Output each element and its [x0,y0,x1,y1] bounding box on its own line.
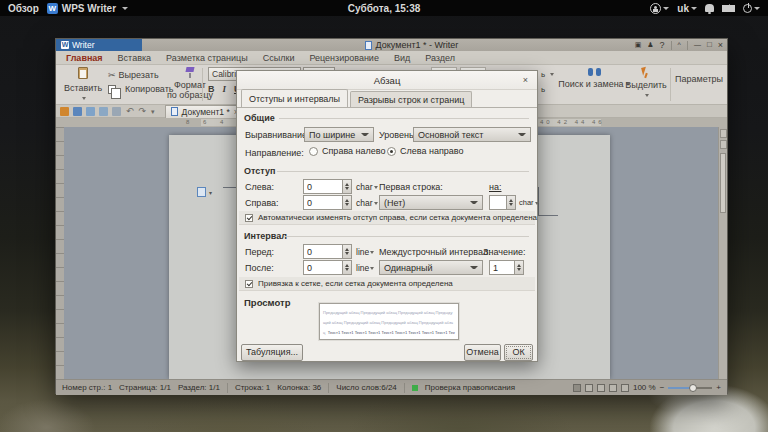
view-mode-icon[interactable] [585,384,593,392]
line-spacing-value-input[interactable] [489,260,515,275]
help-button[interactable]: ? [660,40,665,50]
redo-icon[interactable]: ↷ [139,107,147,116]
paste-options-icon[interactable] [197,187,206,197]
alignment-value: По ширине [309,130,355,140]
minimize-button[interactable]: — [694,40,701,50]
auto-adjust-checkbox-row[interactable]: Автоматически изменять отступ справа, ес… [239,211,535,225]
direction-rtl-radio[interactable]: Справа налево [309,146,386,156]
cancel-button[interactable]: Отмена [464,344,501,361]
line-spacing-combo[interactable]: Одинарный [379,260,483,275]
print-preview-icon[interactable] [99,107,108,116]
first-line-combo[interactable]: (Нет) [379,195,483,210]
level-combo[interactable]: Основной текст [413,127,531,142]
accessibility-menu[interactable] [650,3,669,14]
tab-section[interactable]: Раздел [425,53,455,63]
spacing-after-spinner[interactable] [343,260,352,275]
vertical-scrollbar[interactable] [718,127,727,379]
chevron-down-icon [663,7,669,10]
direction-label: Направление: [245,148,304,158]
format-painter-label2: по образцу [167,90,213,100]
line-spacing-value-spinner[interactable] [515,260,524,275]
tabs-button[interactable]: Табуляция... [241,344,303,361]
view-mode-icon[interactable] [621,384,629,392]
keyboard-layout-menu[interactable]: uk [677,3,697,14]
italic-button[interactable]: I [223,84,227,94]
activities-button[interactable]: Обзор [8,3,39,14]
spacing-before-input[interactable] [303,244,343,259]
ruler-toggle-button[interactable] [720,140,727,149]
tab-view[interactable]: Вид [394,53,410,63]
indent-right-unit[interactable]: char [356,198,378,208]
close-button[interactable]: × [718,40,723,50]
indent-right-spinner[interactable] [343,195,352,210]
chevron-down-icon[interactable]: ▾ [151,107,155,116]
spacing-after-unit[interactable]: line [356,263,374,273]
save-icon[interactable] [73,107,82,116]
view-mode-icon[interactable] [597,384,605,392]
paste-button[interactable]: Вставить [61,67,105,103]
indent-left-spinner[interactable] [343,179,352,194]
first-line-by-input[interactable] [489,195,507,210]
scrollbar-up-button[interactable] [720,129,727,138]
zoom-in-button[interactable]: + [716,383,721,392]
alignment-combo[interactable]: По ширине [304,127,374,142]
direction-ltr-radio[interactable]: Слева направо [387,146,464,156]
spacing-after-input[interactable] [303,260,343,275]
collapse-ribbon-button[interactable]: ^ [678,40,681,50]
zoom-slider[interactable] [668,387,712,389]
divider [404,383,405,393]
tab-page-layout[interactable]: Разметка страницы [166,53,248,63]
tab-home[interactable]: Главная [66,53,103,63]
vertical-ruler[interactable] [56,127,64,379]
spacing-before-unit[interactable]: line [356,247,374,257]
clipped-button[interactable]: ь [541,70,554,79]
tab-references[interactable]: Ссылки [263,53,295,63]
undo-icon[interactable]: ↶ [126,107,134,116]
direction-ltr-label: Слева направо [400,146,464,156]
volume-icon[interactable] [722,5,735,12]
document-tab[interactable]: Документ1 * × [165,105,245,118]
status-word-count[interactable]: Число слов:6/24 [336,383,396,392]
line-spacing-value: Одинарный [384,263,433,273]
select-button[interactable]: Выделить [624,67,668,100]
zoom-level[interactable]: 100 % [633,383,656,392]
ok-button[interactable]: ОК [504,344,533,361]
find-replace-button[interactable]: Поиск и замена [554,67,634,89]
user-icon[interactable]: ♟ [647,40,653,50]
window-titlebar[interactable]: W Writer Документ1 * - Writer ▣ ♟ ? ^ — … [56,39,727,51]
status-spellcheck[interactable]: Проверка правописания [425,383,515,392]
skin-icon[interactable]: ▣ [635,40,642,50]
print-icon[interactable] [86,107,95,116]
indent-right-input[interactable] [303,195,343,210]
app-menu[interactable]: W WPS Writer [47,3,128,14]
notification-icon[interactable] [705,4,714,12]
tab-line-page-breaks[interactable]: Разрывы строк и страниц [350,91,472,107]
tab-review[interactable]: Рецензирование [309,53,379,63]
power-menu[interactable] [743,4,760,13]
view-mode-icon[interactable] [573,384,581,392]
indent-left-unit[interactable]: char [356,182,378,192]
first-line-by-unit[interactable]: char [519,198,539,207]
level-label: Уровень: [379,130,416,140]
view-icon[interactable] [112,107,121,116]
tab-insert[interactable]: Вставка [118,53,151,63]
indent-left-input[interactable] [303,179,343,194]
snap-to-grid-checkbox-row[interactable]: Привязка к сетке, если сетка документа о… [239,277,535,291]
dialog-titlebar[interactable]: Абзац × [237,71,537,90]
tab-indents-spacing[interactable]: Отступы и интервалы [241,89,348,107]
scrollbar-thumb[interactable] [720,153,726,213]
dialog-close-button[interactable]: × [519,74,532,87]
cut-button[interactable]: ✂ Вырезать [108,70,159,80]
zoom-slider-handle[interactable] [689,384,697,392]
writer-app-tab[interactable]: W Writer [56,39,142,51]
menu-icon[interactable] [60,107,69,116]
spacing-before-spinner[interactable] [343,244,352,259]
zoom-out-button[interactable]: − [660,383,665,392]
divider [285,236,529,237]
view-mode-icon[interactable] [609,384,617,392]
clipped-button[interactable]: ь [541,85,545,94]
bold-button[interactable]: B [208,84,215,94]
maximize-button[interactable]: □ [707,40,712,50]
options-button[interactable]: Параметры [675,74,723,84]
first-line-by-spinner[interactable] [507,195,516,210]
